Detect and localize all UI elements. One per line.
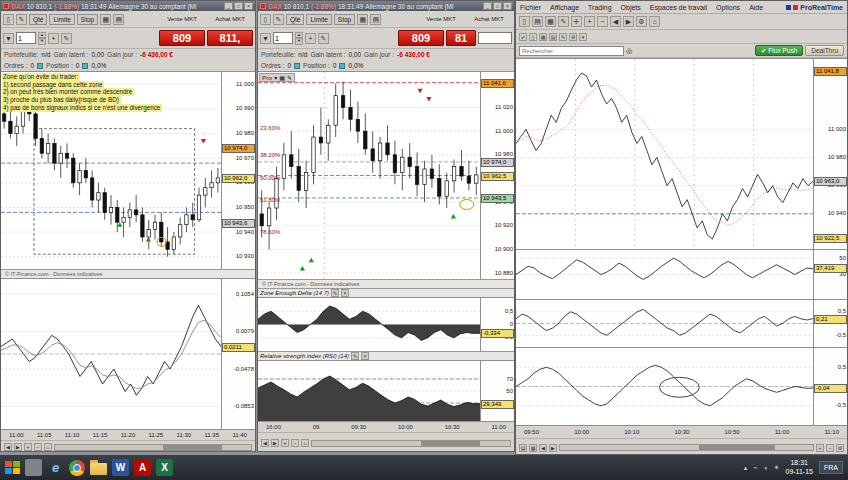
stop-tab[interactable]: Stop	[77, 14, 98, 25]
scrollbar-thumb[interactable]	[421, 441, 480, 446]
pan-right-icon[interactable]: ▶	[271, 439, 279, 447]
candlestick-chart[interactable]: Zone qu'on évite du trader:1) second pas…	[1, 72, 221, 269]
sell-market-button[interactable]: 809	[398, 30, 444, 46]
title-bar[interactable]: DAX 10 810,1 (-1.88%) 18:31:49 Allemagne…	[258, 1, 514, 11]
pan-right-icon[interactable]: ▶	[549, 444, 557, 452]
pencil-icon[interactable]: ✎	[16, 14, 27, 25]
crosshair-icon[interactable]: ✛	[571, 16, 582, 27]
order-entry-field[interactable]	[478, 32, 512, 44]
add-order-icon[interactable]: +	[305, 33, 316, 44]
edit-order-icon[interactable]: ✎	[61, 33, 72, 44]
grid-icon[interactable]: ▦	[545, 16, 556, 27]
zoom-out-icon[interactable]: −	[597, 16, 608, 27]
quantity-input[interactable]	[273, 32, 293, 44]
pencil-icon[interactable]: ✎	[559, 33, 567, 41]
qty-tab[interactable]: Qté	[286, 14, 304, 25]
indicator-settings-icon[interactable]: ✎	[331, 289, 339, 297]
limit-tab[interactable]: Limite	[306, 14, 331, 25]
step-down-icon[interactable]: ▼	[38, 38, 46, 45]
orders-indicator[interactable]	[294, 63, 300, 69]
chevron-down-icon[interactable]: ▾	[274, 74, 277, 81]
pan-left-icon[interactable]: ◀	[261, 439, 269, 447]
zoom-out-icon[interactable]: −	[291, 439, 299, 447]
zoom-out-icon[interactable]: −	[826, 444, 834, 452]
horizontal-scrollbar[interactable]	[559, 444, 814, 451]
language-indicator[interactable]: FRA	[819, 461, 843, 474]
taskbar-clock[interactable]: 18:31 09-11-15	[785, 459, 813, 476]
close-icon[interactable]: ×	[244, 2, 253, 10]
new-doc-icon[interactable]: ▯	[519, 16, 530, 27]
add-order-icon[interactable]: +	[48, 33, 59, 44]
menu-item[interactable]: Fichier	[520, 4, 541, 11]
menu-item[interactable]: Options	[716, 4, 740, 11]
step-down-icon[interactable]: ▼	[295, 38, 303, 45]
zoom-in-icon[interactable]: +	[24, 443, 32, 451]
tray-expand-icon[interactable]: ▴	[744, 464, 748, 472]
pan-left-icon[interactable]: ◀	[610, 16, 621, 27]
check-icon[interactable]: ✔	[519, 33, 527, 41]
ie-icon[interactable]: e	[47, 459, 64, 476]
home-icon[interactable]: ⌂	[301, 439, 309, 447]
price-scale[interactable]: 11 00010 98010 96010 94011 041,810 963,0…	[813, 59, 847, 249]
doc-icon[interactable]: ▯	[3, 14, 14, 25]
close-icon[interactable]: ×	[503, 2, 512, 10]
acrobat-icon[interactable]: A	[134, 459, 151, 476]
menu-item[interactable]: Objets	[621, 4, 641, 11]
folder-icon[interactable]	[90, 463, 107, 475]
grid-icon[interactable]: ▦	[279, 74, 285, 81]
indicator-scale[interactable]: 0,50-0,5-0,04	[813, 348, 847, 425]
pan-right-icon[interactable]: ▶	[623, 16, 634, 27]
indicator-scale[interactable]: 70503029,349	[480, 361, 514, 421]
settings-icon[interactable]: ⚙	[836, 444, 844, 452]
quantity-input[interactable]	[16, 32, 36, 44]
edit-order-icon[interactable]: ✎	[318, 33, 329, 44]
doc-icon[interactable]: ▯	[260, 14, 271, 25]
oscillator1-chart[interactable]	[516, 250, 813, 299]
pan-left-icon[interactable]: ◀	[4, 443, 12, 451]
indicator-scale[interactable]: 0,50-0,5-0,334	[480, 298, 514, 351]
indicator-scale[interactable]: 0,10540,0079-0,0478-0,08530,0211	[221, 279, 255, 429]
line-chart[interactable]	[516, 59, 813, 249]
menu-item[interactable]: Trading	[588, 4, 611, 11]
title-bar[interactable]: DAX 10 810,1 (-1.88%) 18:31:49 Allemagne…	[1, 1, 255, 11]
tray-notification-icon[interactable]: ✶	[774, 464, 780, 472]
oscillator3-chart[interactable]	[516, 348, 813, 425]
maximize-icon[interactable]: □	[493, 2, 502, 10]
limit-tab[interactable]: Limite	[49, 14, 74, 25]
candlestick-chart[interactable]: 23.60%38.20%50.00%61.80%78.60% Prix ▾ ▦ …	[258, 72, 480, 279]
buy-market-button[interactable]: 811,	[207, 30, 253, 46]
list-icon[interactable]: ▤	[532, 16, 543, 27]
doc-icon[interactable]: ▯	[529, 33, 537, 41]
price-scale[interactable]: 11 04011 02011 00010 98010 96010 94010 9…	[480, 72, 514, 279]
menu-item[interactable]: Espaces de travail	[650, 4, 707, 11]
price-scale[interactable]: 11 00010 99010 98010 97010 96010 95010 9…	[221, 72, 255, 269]
chart-icon[interactable]: ▤	[370, 14, 381, 25]
candle-style-icon[interactable]: ▤	[519, 444, 527, 452]
quantity-stepper[interactable]: ▲ ▼	[295, 32, 303, 45]
zoom-in-icon[interactable]: +	[584, 16, 595, 27]
maximize-icon[interactable]: □	[234, 2, 243, 10]
indicator-close-icon[interactable]: ×	[341, 289, 349, 297]
chevron-down-icon[interactable]: ▾	[579, 33, 587, 41]
position-indicator[interactable]	[339, 63, 345, 69]
indicator-scale[interactable]: 0,5-0,50,21	[813, 300, 847, 347]
orders-indicator[interactable]	[37, 63, 43, 69]
settings-icon[interactable]: ⚙	[636, 16, 647, 27]
indicator-settings-icon[interactable]: ✎	[351, 352, 359, 360]
zoom-out-icon[interactable]: −	[34, 443, 42, 451]
dropdown-icon[interactable]: ▼	[3, 33, 14, 44]
grid-icon[interactable]: ▦	[539, 33, 547, 41]
chart-icon[interactable]: ▤	[113, 14, 124, 25]
grid-icon[interactable]: ▦	[357, 14, 368, 25]
indicator-scale[interactable]: 503037,419	[813, 250, 847, 299]
line-style-icon[interactable]: ▦	[529, 444, 537, 452]
home-icon[interactable]: ⌂	[44, 443, 52, 451]
chrome-icon[interactable]	[69, 460, 85, 476]
indicator-close-icon[interactable]: ×	[361, 352, 369, 360]
home-icon[interactable]: ⌂	[649, 16, 660, 27]
price-tab[interactable]: Prix ▾ ▦ ✎	[259, 73, 295, 82]
tray-network-icon[interactable]: ⌁	[753, 464, 757, 472]
app-icon-generic[interactable]	[25, 459, 42, 476]
horizontal-scrollbar[interactable]	[311, 440, 511, 447]
quantity-stepper[interactable]: ▲ ▼	[38, 32, 46, 45]
